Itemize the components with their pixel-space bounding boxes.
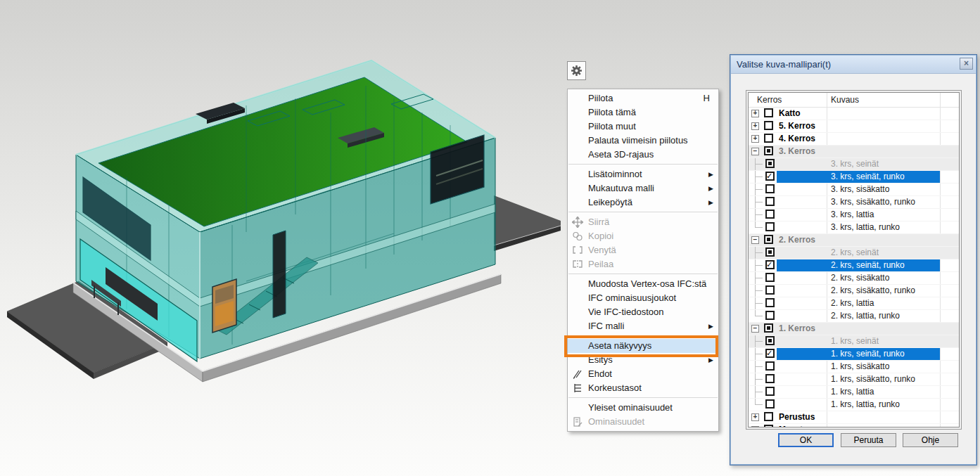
- menu-item-piilota[interactable]: PiilotaH: [568, 91, 718, 105]
- checked-checkbox[interactable]: ✓: [765, 349, 775, 358]
- unchecked-checkbox[interactable]: [765, 361, 775, 371]
- 3d-model-viewport[interactable]: [0, 0, 584, 450]
- expand-plus-icon[interactable]: +: [751, 135, 759, 143]
- unchecked-checkbox[interactable]: [765, 273, 775, 282]
- menu-item-leikepoyta[interactable]: Leikepöytä▶: [568, 195, 718, 210]
- unchecked-checkbox[interactable]: [764, 108, 773, 117]
- tree-row[interactable]: −1. Kerros: [749, 323, 959, 335]
- checked-checkbox[interactable]: ✓: [765, 260, 775, 269]
- menu-item-ifc-ominaisuusjoukot[interactable]: IFC ominaisuusjoukot: [568, 291, 718, 305]
- tree-row[interactable]: 3. krs, seinät: [749, 158, 959, 171]
- tree-row[interactable]: 3. krs, lattia: [749, 209, 959, 221]
- cancel-button[interactable]: Peruuta: [841, 433, 896, 447]
- dialog-titlebar[interactable]: Valitse kuva-mallipari(t): [731, 56, 976, 74]
- collapse-minus-icon[interactable]: −: [751, 148, 759, 155]
- help-button[interactable]: Ohje: [903, 433, 958, 447]
- settings-gear-button[interactable]: [567, 61, 586, 80]
- menu-item-ifc-malli[interactable]: IFC malli▶: [568, 319, 718, 333]
- tree-row[interactable]: 2. krs, seinät: [749, 247, 959, 259]
- tree-row[interactable]: +Katto: [749, 108, 959, 120]
- model-pair-description: 2. krs, sisäkatto: [831, 272, 889, 283]
- close-icon[interactable]: ×: [960, 58, 973, 70]
- tree-row[interactable]: 3. krs, lattia, runko: [749, 221, 959, 234]
- partial-checkbox[interactable]: [765, 247, 775, 257]
- tree-row[interactable]: +5. Kerros: [749, 120, 959, 133]
- tree-row[interactable]: +Perustus: [749, 411, 959, 424]
- expand-plus-icon[interactable]: +: [751, 110, 759, 117]
- menu-item-label: Siirrä: [588, 215, 609, 229]
- tree-row[interactable]: 2. krs, lattia, runko: [749, 310, 959, 323]
- tree-row[interactable]: +4. Kerros: [749, 133, 959, 146]
- tree-row[interactable]: ✓3. krs, seinät, runko: [749, 171, 959, 184]
- tree-row[interactable]: 3. krs, sisäkatto, runko: [749, 196, 959, 209]
- tree-row[interactable]: −2. Kerros: [749, 234, 959, 247]
- unchecked-checkbox[interactable]: [765, 399, 775, 409]
- partial-checkbox[interactable]: [765, 336, 775, 345]
- unchecked-checkbox[interactable]: [764, 121, 773, 130]
- tree-row[interactable]: ✓1. krs, seinät, runko: [749, 348, 959, 361]
- unchecked-checkbox[interactable]: [765, 210, 775, 219]
- menu-item-mukautuva-malli[interactable]: Mukautuva malli▶: [568, 181, 718, 195]
- partial-checkbox[interactable]: [764, 323, 773, 333]
- partial-checkbox[interactable]: [765, 159, 775, 168]
- collapse-minus-icon[interactable]: −: [751, 325, 759, 333]
- context-menu: PiilotaHPiilota tämäPiilota muutPalauta …: [567, 89, 719, 432]
- unchecked-checkbox[interactable]: [764, 412, 773, 421]
- unchecked-checkbox[interactable]: [765, 311, 775, 320]
- unchecked-checkbox[interactable]: [765, 298, 775, 307]
- unchecked-checkbox[interactable]: [765, 184, 775, 193]
- tree-row[interactable]: 1. krs, sisäkatto: [749, 361, 959, 373]
- menu-item-muodosta-vertex-osa-ifcsta[interactable]: Muodosta Vertex-osa IFC:stä: [568, 277, 718, 291]
- menu-item-aseta-3d-rajaus[interactable]: Aseta 3D-rajaus: [568, 148, 718, 162]
- menu-item-label: Piilota muut: [588, 120, 636, 134]
- unchecked-checkbox[interactable]: [764, 134, 773, 143]
- unchecked-checkbox[interactable]: [765, 222, 775, 231]
- tree-row[interactable]: +Maasto: [749, 424, 959, 427]
- partial-checkbox[interactable]: [764, 235, 773, 244]
- tree-row[interactable]: ✓2. krs, seinät, runko: [749, 259, 959, 272]
- menu-item-label: Muodosta Vertex-osa IFC:stä: [588, 277, 706, 291]
- menu-item-ominaisuudet: Ominaisuudet: [568, 415, 718, 429]
- expand-plus-icon[interactable]: +: [751, 413, 759, 421]
- menu-item-yleiset-ominaisuudet[interactable]: Yleiset ominaisuudet: [568, 401, 718, 415]
- ok-button[interactable]: OK: [778, 433, 834, 447]
- tree-row[interactable]: 2. krs, lattia: [749, 297, 959, 310]
- menu-item-piilota-muut[interactable]: Piilota muut: [568, 120, 718, 134]
- expand-plus-icon[interactable]: +: [751, 426, 759, 427]
- tree-row[interactable]: 1. krs, sisäkatto, runko: [749, 373, 959, 386]
- unchecked-checkbox[interactable]: [764, 425, 773, 427]
- unchecked-checkbox[interactable]: [765, 374, 775, 383]
- tree-row[interactable]: 1. krs, lattia: [749, 386, 959, 399]
- menu-item-label: Venytä: [588, 243, 616, 257]
- tree-row[interactable]: 1. krs, seinät: [749, 335, 959, 348]
- menu-item-ehdot[interactable]: Ehdot: [568, 367, 718, 381]
- model-pair-description: 1. krs, sisäkatto: [831, 361, 889, 372]
- tree-row[interactable]: 1. krs, lattia, runko: [749, 399, 959, 411]
- menu-item-label: Lisätoiminnot: [588, 167, 642, 181]
- unchecked-checkbox[interactable]: [765, 197, 775, 206]
- tree-connector: [755, 189, 763, 190]
- menu-item-piilota-tama[interactable]: Piilota tämä: [568, 105, 718, 120]
- menu-item-korkeustasot[interactable]: Korkeustasot: [568, 381, 718, 395]
- model-pair-description: 1. krs, sisäkatto, runko: [831, 373, 915, 385]
- tree-row[interactable]: 3. krs, sisäkatto: [749, 184, 959, 196]
- partial-checkbox[interactable]: [764, 146, 773, 155]
- model-pair-description: 2. krs, sisäkatto, runko: [831, 285, 915, 296]
- expand-plus-icon[interactable]: +: [751, 122, 759, 130]
- unchecked-checkbox[interactable]: [765, 387, 775, 396]
- unchecked-checkbox[interactable]: [765, 285, 775, 295]
- conditions-icon: [572, 368, 583, 380]
- tree-row[interactable]: −3. Kerros: [749, 146, 959, 158]
- checked-checkbox[interactable]: ✓: [765, 172, 775, 181]
- menu-item-vie-ifc-tiedostoon[interactable]: Vie IFC-tiedostoon: [568, 305, 718, 319]
- tree-connector: [755, 379, 763, 380]
- collapse-minus-icon[interactable]: −: [751, 236, 759, 244]
- check-mark: ✓: [766, 170, 772, 181]
- menu-item-aseta-nakyvyys[interactable]: Aseta näkyvyys: [568, 339, 718, 353]
- tree-row[interactable]: 2. krs, sisäkatto, runko: [749, 285, 959, 297]
- menu-item-esitys[interactable]: Esitys▶: [568, 353, 718, 367]
- partial-check-mark: [768, 162, 772, 165]
- menu-item-lisatoiminnot[interactable]: Lisätoiminnot▶: [568, 167, 718, 181]
- tree-row[interactable]: 2. krs, sisäkatto: [749, 272, 959, 285]
- menu-item-palauta-viimeisin-piilotus[interactable]: Palauta viimeisin piilotus: [568, 134, 718, 148]
